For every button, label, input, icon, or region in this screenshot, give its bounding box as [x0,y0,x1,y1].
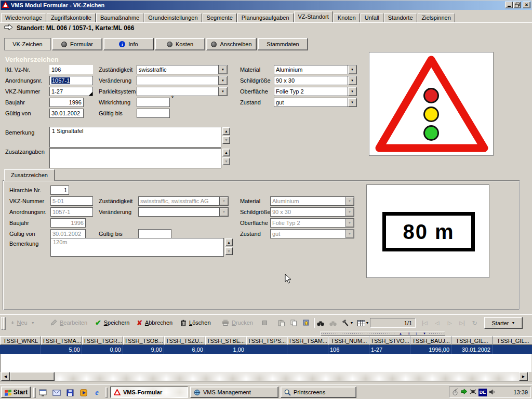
bemerkung-scroll-up-icon[interactable]: ▲ [222,127,230,135]
dropdown-arrow-icon[interactable]: ▼ [348,76,356,85]
zusatzangaben-scroll-up-icon[interactable]: ▲ [222,149,230,156]
tools-dropdown-arrow-icon[interactable]: ▼ [349,318,354,328]
taskbar-task-vms-management[interactable]: VMS-Management [190,387,278,398]
oberflaeche-combobox[interactable]: Folie Typ 2 ▼ [274,87,357,96]
tab-grundeinstellungen[interactable]: Grundeinstellungen [144,13,202,22]
minimize-button[interactable] [505,2,513,8]
dropdown-arrow-icon[interactable]: ▼ [218,76,227,85]
subtab-anschreiben[interactable]: Anschreiben [206,38,257,50]
tab-zielspinnen[interactable]: Zielspinnen [418,13,455,22]
clock[interactable]: 13:39 [513,389,528,395]
dropdown-arrow-icon[interactable]: ▼ [218,65,227,74]
toolbar-grip[interactable] [3,317,6,330]
previous-record-button[interactable]: ◁ [431,318,443,328]
splitter-handle[interactable]: ▲ ‖ | ▼ [321,331,445,336]
last-record-button[interactable]: ▷| [456,318,468,328]
cancel-button[interactable]: ✘ Abbrechen [134,316,175,329]
refresh-button[interactable]: ↻ [469,318,481,328]
grid-column-header[interactable]: TSSH_TSAM... [287,336,328,345]
bemerkung-scroll-down-icon[interactable]: ▼ [222,136,230,144]
dropdown-arrow-icon[interactable]: ▼ [348,87,356,96]
edit-button[interactable]: Bearbeiten [48,316,90,329]
volume-icon[interactable] [489,389,496,396]
zustaendigkeit-combobox[interactable]: swisstraffic ▼ [137,65,228,74]
save-button[interactable]: ✔ Speichern [92,316,132,329]
tab-wiedervorlage[interactable]: Wiedervorlage [1,13,46,22]
zz-bemerkung-scroll-down-icon[interactable]: ▼ [225,247,233,255]
tab-segmente[interactable]: Segmente [203,13,237,22]
taskbar-task-vms-formular[interactable]: VMS-Formular [110,387,188,398]
lfd-vz-nr-input[interactable]: 106 [49,65,93,74]
tab-standorte[interactable]: Standorte [384,13,417,22]
scroll-left-button[interactable]: ◀ [1,372,10,381]
tab-knoten[interactable]: Knoten [334,13,360,22]
dropdown-arrow-icon[interactable]: ▼ [348,65,356,74]
tab-planungsaufgaben[interactable]: Planungsaufgaben [237,13,294,22]
tab-baumassnahme[interactable]: Baumaßnahme [96,13,143,22]
zz-bemerkung-scroll-up-icon[interactable]: ▲ [225,238,233,246]
gueltig-bis-input[interactable] [137,109,170,118]
print-button[interactable]: Drucken [219,316,256,329]
taskbar-task-printscreens[interactable]: Printscreens [281,387,356,398]
grid-column-header[interactable]: TSSH_GIL... [493,336,532,345]
vkz-nummer-input[interactable]: 1-27 [49,87,93,96]
tab-unfall[interactable]: Unfall [361,13,383,22]
show-desktop-icon[interactable] [38,388,47,397]
splitter-down-icon[interactable]: ▼ [420,332,429,335]
media-player-icon[interactable] [79,388,88,397]
network-agent-icon[interactable] [470,389,476,396]
horizontal-scrollbar[interactable]: ◀ ▶ [1,372,529,381]
next-record-button[interactable]: ▷ [444,318,456,328]
internet-explorer-icon[interactable]: e [92,388,101,397]
grid-column-header[interactable]: TSSH_TSOB... [123,336,164,345]
first-record-button[interactable]: |◁ [419,318,431,328]
sync-arrow-icon[interactable] [461,389,468,396]
dropdown-arrow-icon[interactable]: ▼ [348,98,356,107]
gueltig-von-input[interactable]: 30.01.2002 [49,109,84,118]
copy-button[interactable] [288,318,299,328]
splitter-up-icon[interactable]: ▲ [396,332,405,335]
scroll-right-button[interactable]: ▶ [519,372,528,381]
bemerkung-textarea[interactable]: 1 Signaltafel [49,127,221,148]
language-indicator[interactable]: DE [478,389,487,396]
material-combobox[interactable]: Aluminium ▼ [274,65,357,74]
tab-vz-standort[interactable]: VZ-Standort [294,11,333,22]
zusatzzeichen-tab[interactable]: Zusatzzeichen [4,169,55,181]
find-button[interactable] [315,318,326,328]
grid-column-header[interactable]: TSSH_TSMA... [41,336,82,345]
parkleitsystem-combobox[interactable]: ▼ [137,87,228,96]
veraenderung-combobox[interactable]: ▼ [137,76,228,85]
grid-column-header[interactable]: TSSH_TSPS... [246,336,287,345]
zusatzangaben-scroll-down-icon[interactable]: ▼ [222,157,230,165]
zz-gueltig-bis-input[interactable] [138,229,171,238]
subtab-formular[interactable]: Formular [52,38,102,50]
mouse-settings-icon[interactable] [452,388,459,396]
baujahr-input[interactable]: 1996 [49,98,84,107]
restore-button[interactable] [513,2,521,8]
splitter-bar-icon[interactable]: | [413,332,420,335]
grid-column-header[interactable]: TSSH_STBE... [205,336,246,345]
zusatzangaben-textarea[interactable] [49,148,221,168]
schildgroesse-combobox[interactable]: 90 x 30 ▼ [274,76,357,85]
subtab-kosten[interactable]: Kosten [155,38,205,50]
floppy-save-icon[interactable] [65,388,74,397]
taskbar-grip[interactable] [105,388,108,398]
grid-dropdown-arrow-icon[interactable]: ▼ [365,318,370,328]
subtab-info[interactable]: i Info [103,38,154,50]
hirarchie-input[interactable]: 1 [50,185,69,195]
tab-zugriffskontrolle[interactable]: Zugriffskontrolle [47,13,96,22]
export-button[interactable] [300,318,312,328]
subtab-stammdaten[interactable]: Stammdaten [258,38,308,50]
new-button[interactable]: + Neu ▼ [8,316,37,329]
title-bar[interactable]: VMS Modul Formular - VK-Zeichen × [1,1,531,10]
grid-column-header[interactable]: TSSH_WNKL [0,336,41,345]
splitter-pause-icon[interactable]: ‖ [405,332,413,335]
grid-column-header[interactable]: TSSH_TSGR... [82,336,123,345]
close-button[interactable]: × [523,2,530,8]
mail-icon[interactable] [52,388,61,397]
subtab-vk-zeichen[interactable]: VK-Zeichen [4,38,51,50]
delete-button[interactable]: Löschen [178,316,214,329]
anordnungsnr-input[interactable]: 1057-1 [49,76,93,85]
grid-selected-row[interactable]: 5,00 0,00 9,00 6,00 1,00 106 1-27 1996,0… [0,345,532,354]
wirkrichtung-input[interactable] [137,98,170,107]
